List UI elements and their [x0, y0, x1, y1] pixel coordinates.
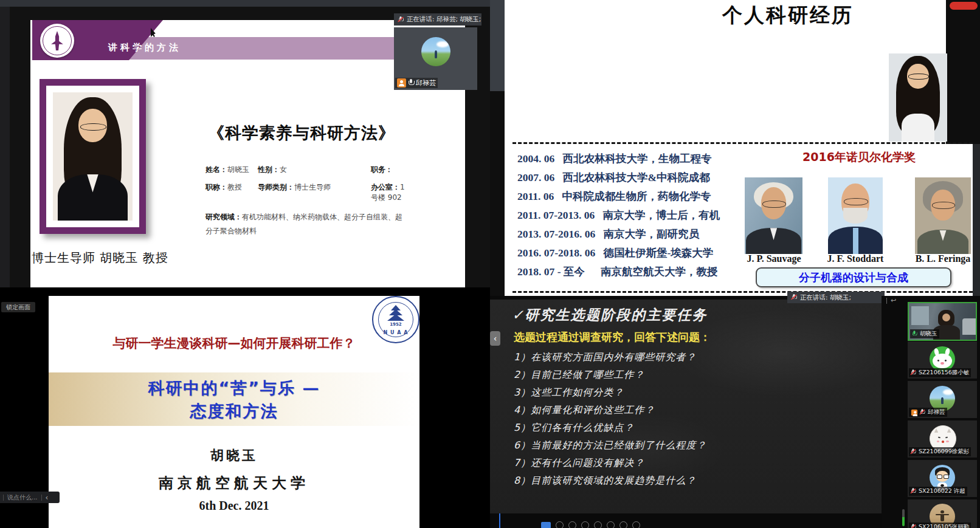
- molecular-machine-box: 分子机器的设计与合成: [756, 267, 951, 287]
- timeline-row: 2018. 07 - 至今 南京航空航天大学，教授: [517, 262, 724, 281]
- nobel-prize-title: 2016年诺贝尔化学奖: [780, 149, 938, 165]
- mic-active-icon: [912, 331, 917, 337]
- info-label: 性别：: [258, 165, 280, 174]
- mic-muted-icon: [792, 294, 797, 301]
- toolbar-circle-icon[interactable]: [556, 521, 564, 528]
- divider: [3, 495, 4, 501]
- speaking-status-text: 正在讲话: 邱禄芸; 胡晓玉;: [407, 15, 481, 24]
- participant-label: SX2106105张丽勤: [909, 523, 971, 528]
- avatar-landscape: [421, 37, 450, 66]
- timeline-row: 2011. 07-2013. 06 南京大学，博士后，有机: [517, 206, 724, 225]
- participant-tile-xu-c[interactable]: SX2106022 许超: [908, 460, 977, 497]
- banner-tab-label: 讲科学的方法: [108, 42, 181, 53]
- question-item: 3）这些工作如何分类？: [514, 383, 706, 401]
- pen-indicator: [499, 512, 500, 528]
- toolbar-circle-icon[interactable]: [594, 521, 602, 528]
- author-name: 胡晓玉: [49, 447, 419, 465]
- mic-icon: [408, 79, 414, 87]
- toolbar-circle-icon[interactable]: [568, 521, 576, 528]
- participant-name: 邱禄芸: [928, 408, 945, 416]
- info-row: 姓名：胡晓玉 性别：女 职务：: [205, 165, 409, 175]
- laureate-caption: J. P. Sauvage: [738, 253, 810, 264]
- participant-tile-hu[interactable]: 胡晓玉: [908, 302, 977, 341]
- timeline-row: 2016. 07-2018. 06 德国杜伊斯堡-埃森大学: [517, 244, 724, 262]
- participant-tile-zhang[interactable]: SX2106105张丽勤: [908, 499, 977, 528]
- participant-label: SX2106022 许超: [909, 487, 967, 496]
- pinned-view-label: 锁定画面: [1, 302, 35, 312]
- sidebar-collapse-icon[interactable]: ↩: [886, 297, 896, 304]
- board-subheading: 选题过程通过调查研究，回答下述问题：: [514, 330, 711, 345]
- professor-info-table: 姓名：胡晓玉 性别：女 职务： 职称：教授 导师类别：博士生导师 办公室：1号楼…: [205, 165, 409, 239]
- speaking-status-bar-2: 正在讲话: 胡晓玉;: [787, 292, 885, 303]
- quadrant-2: 个人科研经历 姓名： 胡晓玉 邮箱： huxy@nuaa.edu.cn 办公室：…: [490, 0, 980, 296]
- participant-label: SZ2106156滕小敏: [909, 368, 971, 377]
- mic-muted-icon: [911, 524, 916, 528]
- question-item: 5）它们各有什么优缺点？: [514, 419, 706, 436]
- slide2-title: 个人科研经历: [606, 2, 970, 29]
- board-questions: 1）在该研究方面国内外有哪些研究者？ 2）目前已经做了哪些工作？ 3）这些工作如…: [514, 348, 706, 489]
- laureate-photo-stoddart: [828, 177, 883, 254]
- toolbar-circle-icon[interactable]: [632, 521, 640, 528]
- participant-label: 胡晓玉: [910, 329, 939, 338]
- participant-tile-teng[interactable]: SZ2106156滕小敏: [908, 341, 977, 379]
- timeline-row: 2011. 06 中科院成都生物所，药物化学专: [517, 187, 724, 206]
- divider: [41, 495, 42, 501]
- question-item: 4）如何量化和评价这些工作？: [514, 401, 706, 419]
- chat-quick-input[interactable]: 说点什么... ‹: [0, 492, 60, 503]
- participant-scrollbar[interactable]: [902, 509, 905, 526]
- info-label: 研究领域：: [205, 213, 242, 221]
- research-field-row: 研究领域：有机功能材料、纳米药物载体、超分子自组装、超分子聚合物材料: [205, 210, 409, 239]
- return-arrow-icon: ↩: [891, 297, 896, 304]
- participant-tile-qiu[interactable]: 邱禄芸: [908, 381, 977, 418]
- subtitle-blue-line2: 态度和方法: [49, 400, 419, 422]
- toolbar-circle-icon[interactable]: [607, 521, 615, 528]
- laureate-photo-sauvage: [745, 177, 802, 254]
- timeline-row: 2007. 06 西北农林科技大学&中科院成都: [517, 168, 724, 187]
- toolbar-circle-icon[interactable]: [619, 521, 627, 528]
- mic-muted-icon: [911, 448, 916, 454]
- question-item: 8）目前该研究领域的发展趋势是什么？: [514, 471, 706, 489]
- quadrant-3: 锁定画面 1952 N U A A 与研一学生漫谈科研—如何开展科研工作？ 科研…: [0, 287, 490, 528]
- color-swatch-blue[interactable]: [541, 522, 551, 528]
- career-timeline: 2004. 06 西北农林科技大学，生物工程专 2007. 06 西北农林科技大…: [517, 149, 724, 283]
- toolbar-circle-icon[interactable]: [581, 521, 589, 528]
- participant-label: SZ2106099徐紫彭: [909, 447, 971, 456]
- info-value: 博士生导师: [294, 183, 331, 191]
- question-item: 6）当前最好的方法已经做到了什么程度？: [514, 436, 706, 454]
- chat-collapse-chevron-icon[interactable]: ‹: [46, 493, 49, 502]
- floating-video-qiu[interactable]: 邱禄芸: [394, 27, 477, 90]
- info-label: 导师类别：: [258, 183, 294, 191]
- prev-slide-chevron[interactable]: ‹: [490, 331, 500, 346]
- meeting-screenshot-grid: 讲科学的方法 《科学素养与科研方法》 姓名：胡晓玉 性别：女 职务：: [0, 0, 980, 528]
- q2-left-edge-lower: [490, 91, 505, 296]
- info-label: 职称：: [205, 183, 227, 191]
- mic-muted-icon: [911, 369, 916, 375]
- participant-name: 邱禄芸: [416, 78, 436, 87]
- participant-name: SX2106022 许超: [919, 487, 965, 495]
- board-heading: ✓研究生选题阶段的主要任务: [512, 306, 707, 324]
- participant-tile-xu-z[interactable]: SZ2106099徐紫彭: [908, 420, 977, 458]
- professor-photo: [53, 92, 133, 221]
- quadrant-1: 讲科学的方法 《科学素养与科研方法》 姓名：胡晓玉 性别：女 职务：: [0, 0, 490, 290]
- info-label: 办公室：: [371, 183, 400, 191]
- q2-left-edge: [490, 0, 505, 91]
- professor-photo-frame: [40, 79, 146, 234]
- slide-talk-title: 1952 N U A A 与研一学生漫谈科研—如何开展科研工作？ 科研中的“苦”…: [49, 296, 419, 528]
- annotation-toolbar: [541, 521, 640, 528]
- laureate-caption: J. F. Stoddart: [820, 253, 891, 264]
- info-label: 姓名：: [205, 165, 227, 174]
- question-item: 2）目前已经做了哪些工作？: [514, 366, 706, 383]
- participant-name: SZ2106099徐紫彭: [919, 448, 969, 456]
- chat-placeholder[interactable]: 说点什么...: [7, 493, 38, 502]
- info-label: 职务：: [371, 165, 393, 174]
- speaking-status-bar: 正在讲话: 邱禄芸; 胡晓玉;: [394, 13, 481, 26]
- participant-label: 邱禄芸: [909, 408, 947, 417]
- college-emblem-icon: [40, 24, 74, 58]
- subtitle-blue-line1: 科研中的“苦”与乐 —: [49, 377, 419, 399]
- blackboard-slide: ✓研究生选题阶段的主要任务 选题过程通过调查研究，回答下述问题： 1）在该研究方…: [490, 300, 882, 513]
- dashed-divider-bottom: [512, 291, 973, 293]
- university-name: 南京航空航天大学: [49, 473, 419, 493]
- professor-photo-small: [889, 53, 947, 142]
- chevron-left-icon: ‹: [494, 334, 497, 343]
- timeline-row: 2004. 06 西北农林科技大学，生物工程专: [517, 149, 724, 168]
